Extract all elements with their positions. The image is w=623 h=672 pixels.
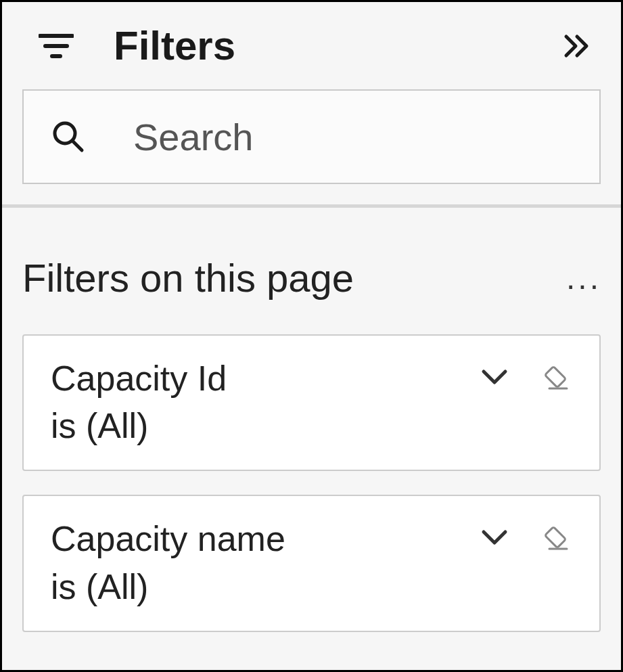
- panel-header: Filters: [2, 2, 621, 89]
- chevron-down-icon: [481, 528, 508, 547]
- filter-card[interactable]: Capacity Id is (All): [22, 334, 601, 471]
- filters-section: Filters on this page ... Capacity Id is …: [2, 208, 621, 669]
- svg-rect-7: [545, 527, 566, 548]
- expand-filter-button[interactable]: [478, 360, 511, 394]
- filter-status: is (All): [51, 402, 478, 449]
- search-icon: [51, 116, 86, 157]
- search-input[interactable]: [133, 115, 605, 159]
- panel-title: Filters: [114, 22, 560, 69]
- clear-filter-button[interactable]: [538, 520, 572, 554]
- filter-actions: [478, 520, 572, 554]
- filter-actions: [478, 360, 572, 394]
- filter-text: Capacity Id is (All): [51, 355, 478, 449]
- clear-filter-button[interactable]: [538, 360, 572, 394]
- filter-icon: [36, 26, 76, 66]
- collapse-panel-button[interactable]: [560, 29, 594, 63]
- search-box[interactable]: [22, 89, 601, 184]
- expand-filter-button[interactable]: [478, 520, 511, 554]
- svg-line-4: [72, 141, 82, 150]
- chevron-down-icon: [481, 367, 508, 386]
- svg-rect-5: [545, 366, 566, 387]
- section-header: Filters on this page ...: [22, 255, 601, 300]
- filter-text: Capacity name is (All): [51, 515, 478, 610]
- filter-field-name: Capacity Id: [51, 355, 478, 402]
- filter-status: is (All): [51, 563, 478, 610]
- filters-panel: Filters Filters on this page ...: [0, 0, 623, 672]
- eraser-icon: [540, 522, 571, 553]
- filter-field-name: Capacity name: [51, 515, 478, 562]
- eraser-icon: [540, 361, 571, 393]
- chevron-double-right-icon: [562, 31, 592, 61]
- section-title: Filters on this page: [22, 255, 567, 300]
- section-more-button[interactable]: ...: [567, 261, 601, 295]
- filter-card[interactable]: Capacity name is (All): [22, 495, 601, 631]
- search-container: [2, 89, 621, 204]
